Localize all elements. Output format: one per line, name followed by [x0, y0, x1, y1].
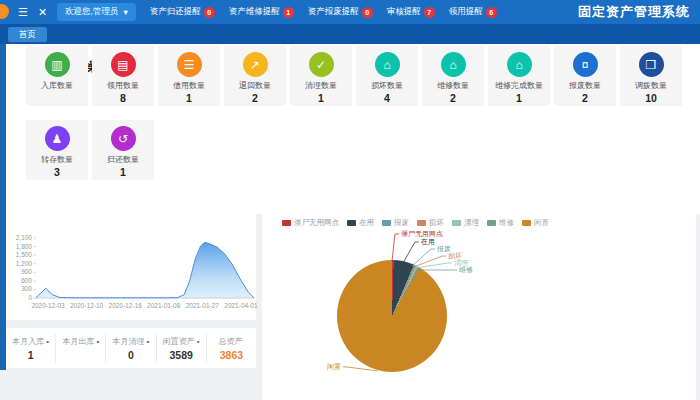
card-label: 领用数量 — [107, 80, 139, 91]
info-dot-icon: • — [46, 337, 49, 346]
stat-card: ⌂ 维修数量 2 — [422, 46, 484, 106]
svg-text:2020-12-10: 2020-12-10 — [70, 302, 104, 309]
tab-strip: 首页 — [0, 24, 700, 44]
nav-reminder-item[interactable]: 资产报废提醒 0 — [308, 6, 373, 18]
pie-chart[interactable] — [337, 260, 447, 372]
legend-swatch-icon — [522, 220, 531, 226]
svg-text:1,800: 1,800 — [16, 243, 33, 250]
card-label: 归还数量 — [107, 154, 139, 165]
trend-chart-panel: 2,1001,8001,5001,20090060030002020-12-03… — [6, 214, 256, 320]
person-icon: ♟ — [45, 126, 70, 151]
top-header: ☰ ✕ 欢迎您,管理员 ▾ 资产归还提醒 0 资产维修提醒 1 资产报废提醒 0… — [0, 0, 700, 24]
card-label: 退回数量 — [239, 80, 271, 91]
tab-home[interactable]: 首页 — [8, 27, 47, 42]
nav-reminder-item[interactable]: 领用提醒 6 — [449, 6, 497, 18]
user-dropdown[interactable]: 欢迎您,管理员 ▾ — [57, 3, 136, 21]
card-label: 清理数量 — [305, 80, 337, 91]
stat-value: 3863 — [207, 349, 256, 361]
legend-label: 清理 — [464, 218, 479, 228]
home-icon: ⌂ — [375, 52, 400, 77]
chevron-down-icon: ▾ — [123, 7, 127, 17]
legend-item[interactable]: 报废 — [382, 218, 409, 228]
home-icon: ⌂ — [507, 52, 532, 77]
clean-icon: ✓ — [309, 52, 334, 77]
info-dot-icon: • — [197, 337, 200, 346]
line-chart-icon: ↗ — [243, 52, 268, 77]
copy-icon: ❒ — [639, 52, 664, 77]
home-icon: ⌂ — [441, 52, 466, 77]
legend-item[interactable]: 在用 — [347, 218, 374, 228]
card-value: 3 — [54, 166, 60, 178]
app-root: ☰ ✕ 欢迎您,管理员 ▾ 资产归还提醒 0 资产维修提醒 1 资产报废提醒 0… — [0, 0, 700, 400]
svg-text:300: 300 — [21, 285, 32, 292]
legend-label: 维修 — [499, 218, 514, 228]
pie-slice-label: 闲置 — [327, 362, 341, 372]
stat-item: 闲置资产• 3589 — [157, 334, 207, 363]
pie-callout-lines — [262, 214, 696, 400]
card-label: 转存数量 — [41, 154, 73, 165]
legend-swatch-icon — [452, 220, 461, 226]
card-label: 维修数量 — [437, 80, 469, 91]
stat-value: 3589 — [157, 349, 206, 361]
legend-label: 在用 — [359, 218, 374, 228]
legend-item[interactable]: 损坏 — [417, 218, 444, 228]
nav-reminder-label: 资产报废提醒 — [308, 6, 359, 18]
legend-item[interactable]: 闲置 — [522, 218, 549, 228]
stat-value: 0 — [106, 349, 155, 361]
nav-reminder-item[interactable]: 审核提醒 7 — [387, 6, 435, 18]
close-icon[interactable]: ✕ — [38, 0, 47, 24]
card-value: 1 — [516, 92, 522, 104]
stat-value: 1 — [6, 349, 55, 361]
stat-card: ✓ 清理数量 1 — [290, 46, 352, 106]
card-value: 2 — [450, 92, 456, 104]
nav-reminder-item[interactable]: 资产维修提醒 1 — [229, 6, 294, 18]
nav-reminder-label: 资产归还提醒 — [150, 6, 201, 18]
card-value: 10 — [645, 92, 657, 104]
legend-item[interactable]: 僵尸无用网点 — [282, 218, 339, 228]
stat-label: 闲置资产 — [163, 337, 195, 346]
stat-card: ¤ 报废数量 2 — [554, 46, 616, 106]
info-dot-icon: • — [96, 337, 99, 346]
stat-label: 本月出库 — [62, 337, 94, 346]
card-value: 1 — [120, 166, 126, 178]
svg-text:2,100: 2,100 — [16, 234, 33, 241]
card-value: 4 — [384, 92, 390, 104]
stat-card: ▥ 入库数量 — [26, 46, 88, 106]
notification-badge: 1 — [283, 7, 294, 18]
info-dot-icon: • — [147, 337, 150, 346]
stat-card: ☰ 借用数量 1 — [158, 46, 220, 106]
legend-item[interactable]: 清理 — [452, 218, 479, 228]
svg-text:2020-12-16: 2020-12-16 — [109, 302, 143, 309]
svg-text:2021-01-27: 2021-01-27 — [186, 302, 220, 309]
pie-legend: 僵尸无用网点 在用 报废 损坏 清理 维修 闲置 — [282, 218, 549, 228]
top-nav: 资产归还提醒 0 资产维修提醒 1 资产报废提醒 0 审核提醒 7 领用提醒 6 — [150, 6, 497, 18]
svg-text:2021-01-08: 2021-01-08 — [147, 302, 181, 309]
nav-reminder-label: 资产维修提醒 — [229, 6, 280, 18]
notification-badge: 6 — [486, 7, 497, 18]
legend-swatch-icon — [417, 220, 426, 226]
card-label: 维修完成数量 — [495, 80, 543, 91]
card-value: 8 — [120, 92, 126, 104]
legend-item[interactable]: 维修 — [487, 218, 514, 228]
legend-label: 僵尸无用网点 — [294, 218, 339, 228]
card-label: 入库数量 — [41, 80, 73, 91]
card-value: 1 — [186, 92, 192, 104]
svg-text:2021-04-01: 2021-04-01 — [224, 302, 258, 309]
bar-chart-icon: ▥ — [45, 52, 70, 77]
layers-icon: ☰ — [177, 52, 202, 77]
stats-panel: 本月入库• 1 本月出库• 本月清理• 0 闲置资产• 3589 总资产 386… — [6, 328, 256, 368]
nav-reminder-label: 领用提醒 — [449, 6, 483, 18]
area-chart-svg: 2,1001,8001,5001,20090060030002020-12-03… — [8, 234, 258, 318]
stat-label: 本月清理 — [113, 337, 145, 346]
return-icon: ↺ — [111, 126, 136, 151]
legend-label: 报废 — [394, 218, 409, 228]
card-label: 报废数量 — [569, 80, 601, 91]
nav-reminder-item[interactable]: 资产归还提醒 0 — [150, 6, 215, 18]
stat-value — [56, 349, 105, 361]
card-value: 2 — [252, 92, 258, 104]
logo-icon — [0, 4, 9, 19]
svg-text:900: 900 — [21, 268, 32, 275]
card-label: 借用数量 — [173, 80, 205, 91]
money-bag-icon: ¤ — [573, 52, 598, 77]
menu-toggle-icon[interactable]: ☰ — [18, 0, 28, 24]
